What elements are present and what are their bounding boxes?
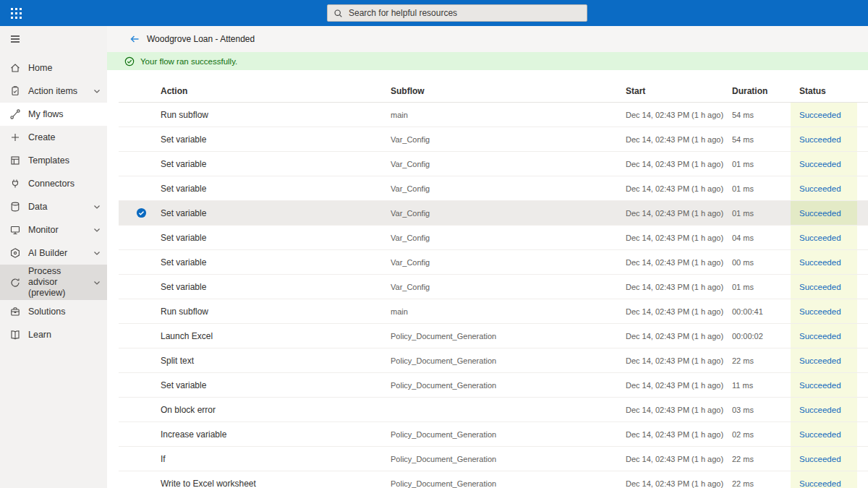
column-header-action[interactable]: Action (161, 86, 391, 96)
sidebar-item-connectors[interactable]: Connectors (0, 172, 107, 195)
sidebar-item-ai-builder[interactable]: AI Builder (0, 241, 107, 265)
sidebar-item-action-items[interactable]: Action items (0, 80, 107, 103)
status-cell: Succeeded (791, 422, 857, 446)
start-cell: Dec 14, 02:43 PM (1 h ago) (626, 234, 732, 242)
table-row[interactable]: Set variablePolicy_Document_GenerationDe… (119, 373, 868, 398)
row-selection-cell (119, 127, 161, 151)
table-row[interactable]: Run subflowmainDec 14, 02:43 PM (1 h ago… (119, 299, 868, 324)
status-link[interactable]: Succeeded (799, 332, 841, 341)
subflow-cell: Var_Config (391, 184, 626, 193)
table-row[interactable]: On block errorDec 14, 02:43 PM (1 h ago)… (119, 398, 868, 422)
table-row[interactable]: Increase variablePolicy_Document_Generat… (119, 422, 868, 447)
sidebar-item-process-advisor[interactable]: Process advisor (preview) (0, 265, 107, 300)
back-button[interactable] (129, 33, 140, 45)
templates-icon (9, 155, 21, 166)
column-header-start[interactable]: Start (626, 86, 732, 96)
row-selection-cell (119, 348, 161, 372)
sidebar-item-solutions[interactable]: Solutions (0, 300, 107, 323)
search-input[interactable] (347, 5, 587, 21)
duration-cell: 00:00:41 (732, 307, 791, 316)
sidebar-item-my-flows[interactable]: My flows (0, 103, 107, 126)
data-icon (9, 201, 21, 213)
status-link[interactable]: Succeeded (799, 234, 841, 242)
chevron-down-icon (93, 202, 101, 211)
row-selection-cell (119, 299, 161, 323)
status-cell: Succeeded (791, 398, 857, 421)
column-header-subflow[interactable]: Subflow (391, 86, 626, 96)
status-link[interactable]: Succeeded (799, 111, 841, 119)
table-row[interactable]: Set variableVar_ConfigDec 14, 02:43 PM (… (119, 275, 868, 299)
subflow-cell: main (391, 307, 626, 316)
subflow-cell: Var_Config (391, 135, 626, 144)
start-cell: Dec 14, 02:43 PM (1 h ago) (626, 356, 732, 365)
sidebar-item-label: Home (28, 63, 101, 74)
table-row[interactable]: Run subflowmainDec 14, 02:43 PM (1 h ago… (119, 103, 868, 127)
status-link[interactable]: Succeeded (799, 209, 841, 218)
start-cell: Dec 14, 02:43 PM (1 h ago) (626, 258, 732, 267)
start-cell: Dec 14, 02:43 PM (1 h ago) (626, 209, 732, 218)
table-row[interactable]: Set variableVar_ConfigDec 14, 02:43 PM (… (119, 176, 868, 201)
status-cell: Succeeded (791, 373, 857, 397)
sidebar-item-data[interactable]: Data (0, 195, 107, 218)
sidebar-item-label: Learn (28, 330, 101, 341)
page-header: Woodgrove Loan - Attended (107, 26, 868, 52)
row-selection-cell (119, 103, 161, 127)
subflow-cell: Var_Config (391, 258, 626, 267)
sidebar-item-home[interactable]: Home (0, 56, 107, 80)
connectors-icon (9, 178, 21, 189)
table-row[interactable]: Set variableVar_ConfigDec 14, 02:43 PM (… (119, 152, 868, 176)
app-launcher-button[interactable] (0, 0, 32, 26)
table-row[interactable]: Launch ExcelPolicy_Document_GenerationDe… (119, 324, 868, 348)
sidebar: HomeAction itemsMy flowsCreateTemplatesC… (0, 26, 107, 488)
sidebar-item-monitor[interactable]: Monitor (0, 218, 107, 241)
status-link[interactable]: Succeeded (799, 455, 841, 463)
process-advisor-icon (9, 277, 21, 288)
table-row[interactable]: Split textPolicy_Document_GenerationDec … (119, 348, 868, 373)
action-cell: Set variable (161, 233, 391, 243)
sidebar-item-templates[interactable]: Templates (0, 149, 107, 172)
status-link[interactable]: Succeeded (799, 381, 841, 390)
column-header-status[interactable]: Status (791, 80, 857, 102)
column-header-duration[interactable]: Duration (732, 86, 791, 96)
search-icon (333, 9, 343, 18)
start-cell: Dec 14, 02:43 PM (1 h ago) (626, 455, 732, 463)
action-cell: Launch Excel (161, 331, 391, 341)
status-link[interactable]: Succeeded (799, 160, 841, 168)
sidebar-item-create[interactable]: Create (0, 126, 107, 149)
selected-check-icon (136, 207, 147, 218)
duration-cell: 22 ms (732, 455, 791, 463)
row-selection-cell (119, 447, 161, 471)
status-cell: Succeeded (791, 127, 857, 151)
main-content: Woodgrove Loan - Attended Your flow ran … (107, 26, 868, 488)
table-row[interactable]: Write to Excel worksheetPolicy_Document_… (119, 471, 868, 488)
status-link[interactable]: Succeeded (799, 406, 841, 414)
status-cell: Succeeded (791, 324, 857, 348)
status-link[interactable]: Succeeded (799, 356, 841, 365)
status-cell: Succeeded (791, 299, 857, 323)
status-link[interactable]: Succeeded (799, 307, 841, 316)
sidebar-item-learn[interactable]: Learn (0, 323, 107, 346)
duration-cell: 01 ms (732, 160, 791, 168)
search-box[interactable] (327, 4, 587, 22)
subflow-cell: Policy_Document_Generation (391, 356, 626, 365)
monitor-icon (9, 224, 21, 236)
action-cell: Set variable (161, 184, 391, 194)
subflow-cell: Policy_Document_Generation (391, 430, 626, 439)
status-link[interactable]: Succeeded (799, 135, 841, 144)
status-link[interactable]: Succeeded (799, 184, 841, 193)
status-link[interactable]: Succeeded (799, 258, 841, 267)
status-link[interactable]: Succeeded (799, 430, 841, 439)
table-row[interactable]: Set variableVar_ConfigDec 14, 02:43 PM (… (119, 226, 868, 250)
status-link[interactable]: Succeeded (799, 479, 841, 488)
status-link[interactable]: Succeeded (799, 283, 841, 291)
action-items-icon (9, 85, 21, 97)
hamburger-menu-button[interactable] (9, 33, 21, 45)
table-row[interactable]: Set variableVar_ConfigDec 14, 02:43 PM (… (119, 250, 868, 275)
row-selection-cell (119, 422, 161, 446)
duration-cell: 01 ms (732, 184, 791, 193)
start-cell: Dec 14, 02:43 PM (1 h ago) (626, 430, 732, 439)
chevron-down-icon (93, 278, 101, 287)
table-row[interactable]: IfPolicy_Document_GenerationDec 14, 02:4… (119, 447, 868, 471)
table-row[interactable]: Set variableVar_ConfigDec 14, 02:43 PM (… (119, 201, 868, 226)
table-row[interactable]: Set variableVar_ConfigDec 14, 02:43 PM (… (119, 127, 868, 152)
